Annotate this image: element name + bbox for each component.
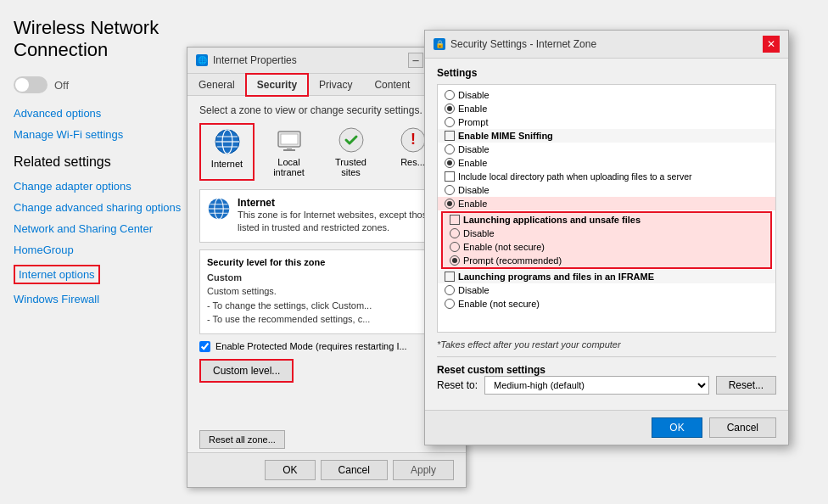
network-center-link[interactable]: Network and Sharing Center: [14, 222, 182, 235]
radio-disable-mime[interactable]: [445, 144, 455, 154]
change-adapter-link[interactable]: Change adapter options: [14, 180, 182, 193]
sec-titlebar: 🔒 Security Settings - Internet Zone ✕: [425, 31, 788, 59]
inet-apply-button[interactable]: Apply: [393, 460, 454, 480]
label-disable1: Disable: [458, 90, 490, 100]
reset-button[interactable]: Reset...: [716, 376, 776, 395]
intranet-zone-icon: [276, 126, 303, 154]
label-mime: Enable MIME Sniffing: [458, 131, 553, 141]
svg-rect-6: [281, 134, 298, 144]
tab-content[interactable]: Content: [363, 74, 421, 96]
sec-close-button[interactable]: ✕: [763, 36, 780, 53]
custom-level-row: Custom level...: [199, 359, 454, 383]
reset-section: Reset custom settings Reset to: Medium-h…: [437, 356, 776, 401]
security-line-2: - To change the settings, click Custom..…: [207, 300, 372, 311]
page-title: Wireless Network Connection: [14, 17, 182, 61]
zone-desc-globe-icon: [207, 197, 231, 221]
settings-iframe-section: Launching programs and files in an IFRAM…: [438, 270, 775, 283]
change-sharing-link[interactable]: Change advanced sharing options: [14, 201, 182, 214]
zone-desc-box: Internet This zone is for Internet websi…: [199, 189, 454, 243]
reset-row: Reset to: Medium-high (default) Low Medi…: [437, 376, 776, 395]
radio-disable1[interactable]: [445, 90, 455, 100]
protected-mode-checkbox[interactable]: [199, 341, 210, 352]
settings-row-disable-iframe: Disable: [438, 283, 775, 297]
inet-titlebar-left: 🌐 Internet Properties: [196, 54, 297, 66]
settings-mime-section: Enable MIME Sniffing: [438, 129, 775, 143]
internet-options-link[interactable]: Internet options: [14, 265, 100, 284]
radio-enable-local2[interactable]: [445, 199, 455, 209]
advanced-options-link[interactable]: Advanced options: [14, 107, 182, 120]
inet-minimize-btn[interactable]: ─: [408, 53, 423, 68]
protected-mode-row: Enable Protected Mode (requires restarti…: [199, 341, 454, 352]
label-launch: Launching applications and unsafe files: [463, 215, 641, 225]
settings-label: Settings: [437, 67, 776, 79]
label-disable-mime: Disable: [458, 144, 490, 154]
windows-firewall-link[interactable]: Windows Firewall: [14, 293, 182, 305]
checkbox-include[interactable]: [445, 171, 455, 182]
security-level-custom: Custom Custom settings. - To change the …: [207, 271, 446, 327]
radio-enable-notsecure[interactable]: [450, 242, 460, 252]
toggle-knob: [15, 78, 29, 92]
radio-enable-mime[interactable]: [445, 158, 455, 168]
radio-enable1[interactable]: [445, 104, 455, 114]
inet-footer-buttons: OK Cancel Apply: [265, 460, 454, 480]
reset-all-zones-button[interactable]: Reset all zone...: [199, 430, 285, 449]
zone-desc-text: Internet This zone is for Internet websi…: [238, 197, 446, 235]
security-level-label: Security level for this zone: [207, 257, 446, 267]
zone-internet[interactable]: Internet: [199, 123, 255, 181]
radio-disable-launch[interactable]: [450, 228, 460, 238]
label-prompt-recommended: Prompt (recommended): [463, 255, 562, 266]
settings-row-enable1: Enable: [438, 102, 775, 115]
label-enable1: Enable: [458, 104, 487, 114]
zone-label: Select a zone to view or change security…: [199, 104, 454, 116]
sec-dialog-title: Security Settings - Internet Zone: [450, 38, 596, 50]
zone-local-intranet[interactable]: Local intranet: [261, 123, 316, 181]
inet-ok-button[interactable]: OK: [265, 460, 315, 480]
settings-row-disable1: Disable: [438, 88, 775, 102]
zone-restricted-label: Res...: [400, 157, 425, 167]
radio-disable-iframe[interactable]: [445, 285, 455, 295]
inet-cancel-button[interactable]: Cancel: [321, 460, 388, 480]
radio-disable-local[interactable]: [445, 185, 455, 195]
sec-ok-button[interactable]: OK: [652, 417, 702, 438]
settings-row-enable-iframe: Enable (not secure): [438, 297, 775, 311]
zone-trusted-label: Trusted sites: [327, 157, 375, 177]
security-level-title-text: Custom: [207, 272, 242, 283]
radio-enable-iframe[interactable]: [445, 299, 455, 309]
homegroup-link[interactable]: HomeGroup: [14, 244, 182, 256]
settings-row-enable-mime: Enable: [438, 156, 775, 170]
checkbox-mime[interactable]: [445, 131, 455, 141]
settings-row-prompt-recommended: Prompt (recommended): [443, 254, 770, 267]
label-disable-local: Disable: [458, 185, 490, 195]
internet-zone-icon: [214, 128, 241, 155]
tab-privacy[interactable]: Privacy: [308, 74, 363, 96]
sec-titlebar-left: 🔒 Security Settings - Internet Zone: [434, 38, 596, 50]
label-include-local: Include local directory path when upload…: [458, 171, 692, 182]
zone-icons: Internet Local intranet: [199, 123, 454, 181]
settings-row-enable-local2: Enable: [438, 197, 775, 210]
security-line-3: - To use the recommended settings, c...: [207, 314, 370, 324]
manage-wifi-link[interactable]: Manage Wi-Fi settings: [14, 128, 182, 141]
reset-to-select[interactable]: Medium-high (default) Low Medium-low Med…: [484, 376, 709, 395]
wifi-toggle[interactable]: [14, 76, 48, 93]
sec-cancel-button[interactable]: Cancel: [709, 417, 776, 438]
label-prompt1: Prompt: [458, 117, 488, 127]
security-level-box: Security level for this zone Custom Cust…: [199, 249, 454, 334]
custom-level-button[interactable]: Custom level...: [199, 359, 294, 383]
tab-general[interactable]: General: [187, 74, 246, 96]
settings-list: Disable Enable Prompt Enable MIME Sniffi…: [437, 84, 776, 333]
left-panel: Wireless Network Connection Off Advanced…: [0, 0, 195, 504]
protected-mode-label: Enable Protected Mode (requires restarti…: [215, 341, 407, 351]
zone-trusted-sites[interactable]: Trusted sites: [323, 123, 378, 181]
label-enable-local2: Enable: [458, 199, 487, 209]
settings-row-enable-notsecure: Enable (not secure): [443, 240, 770, 254]
settings-launch-section: Launching applications and unsafe files: [443, 213, 770, 227]
checkbox-launch[interactable]: [450, 215, 460, 225]
sec-content: Settings Disable Enable Prompt Enable MI…: [425, 59, 788, 410]
note-text: *Takes effect after you restart your com…: [437, 339, 776, 350]
radio-prompt1[interactable]: [445, 117, 455, 127]
svg-rect-7: [287, 147, 292, 149]
tab-security[interactable]: Security: [246, 74, 308, 96]
label-disable-iframe: Disable: [458, 285, 490, 295]
radio-prompt-recommended[interactable]: [450, 255, 460, 266]
checkbox-iframe[interactable]: [445, 272, 455, 282]
